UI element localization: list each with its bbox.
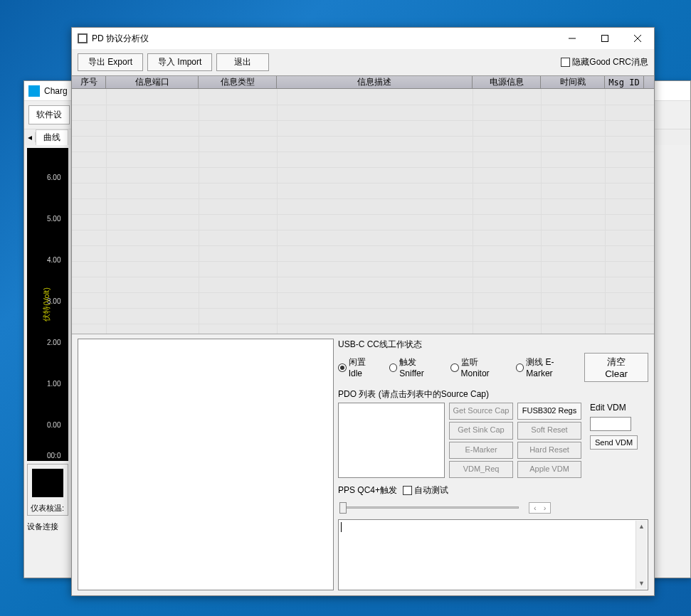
col-type[interactable]: 信息类型 — [199, 76, 277, 88]
auto-test-label: 自动测试 — [414, 484, 448, 496]
message-table-body[interactable] — [72, 89, 654, 334]
import-button[interactable]: 导入 Import — [147, 53, 212, 71]
log-textarea[interactable]: ▲ ▼ — [338, 519, 648, 590]
radio-idle-circle[interactable] — [338, 363, 347, 372]
radio-emarker-circle[interactable] — [516, 363, 524, 372]
col-seq[interactable]: 序号 — [72, 76, 106, 88]
bg-chart: 伏特(Volt) 6.00 5.00 4.00 3.00 2.00 1.00 0… — [27, 148, 68, 461]
text-cursor — [341, 522, 342, 532]
command-buttons: Get Source Cap FUSB302 Regs Get Sink Cap… — [449, 403, 581, 478]
bg-tab-curve[interactable]: 曲线 — [36, 129, 68, 145]
bg-tick: 0.00 — [47, 421, 60, 429]
radio-sniffer-circle[interactable] — [389, 363, 398, 372]
export-button[interactable]: 导出 Export — [78, 53, 143, 71]
pps-slider[interactable] — [338, 501, 523, 514]
vdm-panel: Edit VDM Send VDM — [590, 403, 638, 478]
radio-sniffer[interactable]: 触发 Sniffer — [389, 356, 442, 378]
radio-emarker[interactable]: 测线 E-Marker — [516, 356, 579, 378]
pps-slider-thumb[interactable] — [339, 502, 347, 514]
get-source-cap-button[interactable]: Get Source Cap — [449, 403, 513, 420]
soft-reset-button[interactable]: Soft Reset — [517, 422, 581, 439]
vdm-input[interactable] — [590, 417, 631, 431]
pd-toolbar: 导出 Export 导入 Import 退出 隐藏Good CRC消息 — [72, 49, 654, 75]
bg-meter-label: 仪表核温: — [28, 501, 68, 515]
cc-status-label: USB-C CC线工作状态 — [338, 339, 648, 351]
pps-spinner: ‹ › — [529, 502, 551, 514]
vdm-req-button[interactable]: VDM_Req — [449, 461, 513, 478]
bg-app-icon — [28, 85, 40, 97]
pdo-list-label: PDO 列表 (请点击列表中的Source Cap) — [338, 388, 648, 400]
bg-title-text: Charg — [44, 86, 68, 96]
bg-settings-button[interactable]: 软件设 — [28, 105, 70, 124]
radio-idle[interactable]: 闲置 Idle — [338, 356, 381, 378]
col-timestamp[interactable]: 时间戳 — [541, 76, 605, 88]
bg-meter-panel: 仪表核温: — [27, 464, 68, 516]
send-vdm-button[interactable]: Send VDM — [590, 435, 638, 450]
spin-right-icon[interactable]: › — [544, 504, 547, 512]
hard-reset-button[interactable]: Hard Reset — [517, 442, 581, 459]
fusb302-regs-button[interactable]: FUSB302 Regs — [517, 403, 581, 420]
minimize-button[interactable] — [556, 28, 589, 49]
bg-tick: 5.00 — [47, 215, 60, 223]
col-desc[interactable]: 信息描述 — [277, 76, 473, 88]
exit-button[interactable]: 退出 — [216, 53, 269, 71]
close-button[interactable] — [621, 28, 654, 49]
bg-tick: 2.00 — [47, 339, 60, 346]
edit-vdm-label: Edit VDM — [590, 403, 638, 413]
scroll-up-icon[interactable]: ▲ — [636, 521, 647, 532]
bg-xtick: 00:0 — [47, 452, 60, 460]
hide-crc-checkbox[interactable] — [561, 58, 570, 67]
pd-titlebar[interactable]: PD 协议分析仪 — [72, 28, 654, 49]
lower-panel: USB-C CC线工作状态 闲置 Idle 触发 Sniffer 监听 Moni… — [72, 334, 654, 596]
auto-test-checkbox[interactable] — [403, 486, 412, 495]
svg-rect-1 — [602, 36, 608, 42]
pd-app-icon — [78, 33, 88, 43]
hide-crc-label: 隐藏Good CRC消息 — [572, 56, 648, 68]
pd-window-title: PD 协议分析仪 — [92, 33, 556, 45]
bg-tick: 1.00 — [47, 380, 60, 388]
bg-tick: 6.00 — [47, 174, 60, 181]
radio-monitor-circle[interactable] — [450, 363, 459, 372]
pd-analyzer-window: PD 协议分析仪 导出 Export 导入 Import 退出 隐藏Good C… — [71, 27, 655, 596]
col-msgid[interactable]: Msg ID — [605, 76, 644, 88]
clear-button[interactable]: 清空 Clear — [584, 353, 648, 382]
pdo-list[interactable] — [338, 403, 445, 478]
bg-tab-scroll-left[interactable]: ◂ — [24, 132, 36, 142]
control-panel: USB-C CC线工作状态 闲置 Idle 触发 Sniffer 监听 Moni… — [338, 339, 648, 590]
hide-crc-checkbox-wrap[interactable]: 隐藏Good CRC消息 — [561, 56, 648, 68]
col-port[interactable]: 信息端口 — [106, 76, 199, 88]
auto-test-checkbox-wrap[interactable]: 自动测试 — [403, 484, 448, 496]
bg-meter — [32, 469, 63, 497]
bg-tick: 3.00 — [47, 297, 60, 305]
apple-vdm-button[interactable]: Apple VDM — [517, 461, 581, 478]
radio-monitor[interactable]: 监听 Monitor — [450, 356, 507, 378]
spin-left-icon[interactable]: ‹ — [534, 504, 537, 512]
e-marker-button[interactable]: E-Marker — [449, 442, 513, 459]
col-power[interactable]: 电源信息 — [473, 76, 541, 88]
bg-tick: 4.00 — [47, 256, 60, 264]
message-detail-box[interactable] — [78, 339, 334, 590]
cc-mode-radio-group: 闲置 Idle 触发 Sniffer 监听 Monitor 测线 E-Marke… — [338, 356, 579, 378]
pps-label: PPS QC4+触发 — [338, 484, 397, 496]
log-scrollbar[interactable]: ▲ ▼ — [635, 521, 647, 589]
maximize-button[interactable] — [589, 28, 621, 49]
message-table-header: 序号 信息端口 信息类型 信息描述 电源信息 时间戳 Msg ID — [72, 75, 654, 89]
scroll-down-icon[interactable]: ▼ — [636, 578, 647, 589]
get-sink-cap-button[interactable]: Get Sink Cap — [449, 422, 513, 439]
